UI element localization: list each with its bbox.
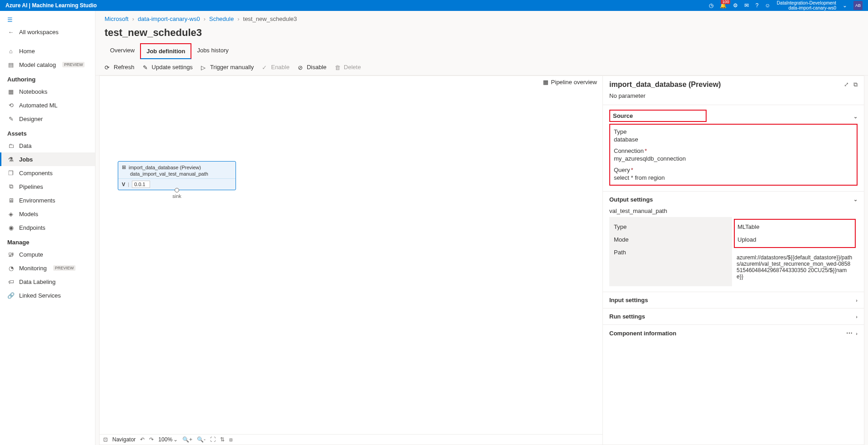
version-value[interactable]: 0.0.1 — [132, 181, 150, 188]
settings-icon[interactable]: ⚙ — [733, 2, 738, 9]
refresh-button[interactable]: ⟳ Refresh — [105, 64, 135, 71]
chevron-down-icon[interactable]: ⌄ — [173, 436, 178, 443]
sidebar-item-compute[interactable]: 🖳 Compute — [0, 248, 95, 261]
navigator-icon[interactable]: ⊡ — [103, 436, 108, 443]
sidebar-label: Automated ML — [19, 102, 58, 109]
input-settings-header[interactable]: Input settings › — [603, 292, 864, 308]
help-icon[interactable]: ? — [755, 2, 758, 9]
sidebar-label: Notebooks — [19, 88, 47, 95]
layout-icon[interactable]: ⧈ — [229, 436, 233, 443]
environments-icon: 🖥 — [7, 197, 15, 204]
sidebar-item-model-catalog[interactable]: ▤ Model catalog PREVIEW — [0, 58, 95, 71]
sidebar-item-models[interactable]: ◈ Models — [0, 207, 95, 221]
breadcrumb-link[interactable]: Schedule — [209, 15, 234, 22]
query-value: select * from region — [614, 174, 853, 181]
sidebar-item-jobs[interactable]: ⚗ Jobs — [0, 152, 95, 166]
sidebar-item-automated-ml[interactable]: ⟲ Automated ML — [0, 98, 95, 112]
notification-badge: 100 — [721, 0, 730, 4]
sidebar-label: Linked Services — [19, 292, 61, 299]
sidebar-label: Endpoints — [19, 224, 45, 231]
clock-icon[interactable]: ◷ — [709, 2, 713, 9]
component-info-label: Component information — [609, 330, 676, 337]
expand-icon[interactable]: ⤢ — [844, 81, 849, 88]
tab-jobs-history[interactable]: Jobs history — [191, 43, 234, 59]
popout-icon[interactable]: ⧉ — [853, 81, 858, 88]
sidebar-item-environments[interactable]: 🖥 Environments — [0, 193, 95, 207]
section-run-settings: Run settings › — [603, 308, 864, 324]
update-settings-button[interactable]: ✎ Update settings — [143, 64, 193, 71]
sidebar-item-designer[interactable]: ✎ Designer — [0, 112, 95, 126]
run-settings-header[interactable]: Run settings › — [603, 308, 864, 324]
play-icon: ▷ — [201, 64, 207, 71]
feedback-icon[interactable]: ✉ — [744, 2, 749, 9]
zoom-out-icon[interactable]: 🔍- — [197, 436, 206, 443]
canvas-footer: ⊡ Navigator ↶ ↷ 100% ⌄ 🔍+ 🔍- ⛶ ⇅ ⧈ — [100, 434, 602, 445]
details-title: import_data_database (Preview) — [609, 81, 721, 89]
sidebar-label: Data — [19, 142, 31, 149]
disable-button[interactable]: ⊘ Disable — [298, 64, 326, 71]
sidebar-item-data-labeling[interactable]: 🏷 Data Labeling — [0, 275, 95, 288]
pipelines-icon: ⧉ — [7, 183, 15, 190]
fit-icon[interactable]: ⛶ — [210, 436, 216, 443]
sidebar-item-components[interactable]: ❐ Components — [0, 166, 95, 180]
pipeline-overview-label: Pipeline overview — [551, 79, 597, 86]
smiley-icon[interactable]: ☺ — [765, 2, 770, 9]
output-settings-header[interactable]: Output settings ⌄ — [603, 192, 864, 207]
sink-label: sink — [172, 193, 181, 199]
canvas-body[interactable]: ⊞ import_data_database (Preview) data_im… — [100, 88, 602, 434]
toolbar-label: Trigger manually — [210, 64, 254, 71]
chevron-right-icon: › — [856, 314, 858, 319]
sidebar-item-all-workspaces[interactable]: ← All workspaces — [0, 25, 95, 39]
node-output-port[interactable] — [175, 188, 179, 192]
tab-job-definition[interactable]: Job definition — [140, 43, 191, 59]
toolbar-label: Delete — [344, 64, 361, 71]
output-settings-label: Output settings — [609, 196, 653, 203]
redo-icon[interactable]: ↷ — [149, 436, 154, 443]
query-label: Query — [614, 167, 630, 173]
zoom-level: 100% — [158, 436, 172, 443]
section-component-information: Component information ⋯› — [603, 324, 864, 341]
sidebar-item-endpoints[interactable]: ◉ Endpoints — [0, 221, 95, 234]
workspace-selector[interactable]: DataIntegration-Development data-import-… — [777, 0, 836, 10]
trigger-manually-button[interactable]: ▷ Trigger manually — [201, 64, 254, 71]
sidebar-item-monitoring[interactable]: ◔ Monitoring PREVIEW — [0, 261, 95, 275]
data-icon: 🗀 — [7, 142, 15, 149]
zoom-in-icon[interactable]: 🔍+ — [182, 436, 192, 443]
chevron-down-icon[interactable]: ⌄ — [843, 2, 847, 9]
endpoints-icon: ◉ — [7, 224, 15, 231]
breadcrumb-link[interactable]: Microsoft — [105, 15, 129, 22]
breadcrumb-link[interactable]: data-import-canary-ws0 — [138, 15, 200, 22]
sidebar-label: All workspaces — [19, 29, 59, 35]
hamburger-menu[interactable]: ☰ — [0, 15, 95, 25]
automl-icon: ⟲ — [7, 101, 15, 109]
designer-icon: ✎ — [7, 115, 15, 122]
output-type-label: Type — [614, 221, 728, 233]
tab-overview[interactable]: Overview — [105, 43, 140, 59]
home-icon: ⌂ — [7, 47, 15, 55]
component-info-header[interactable]: Component information ⋯› — [603, 325, 864, 341]
main-content: Microsoft › data-import-canary-ws0 › Sch… — [95, 11, 868, 445]
notifications-icon[interactable]: 🔔100 — [720, 2, 727, 9]
sidebar-item-notebooks[interactable]: ▦ Notebooks — [0, 85, 95, 98]
more-icon[interactable]: ⋯ — [846, 329, 853, 337]
sidebar-item-home[interactable]: ⌂ Home — [0, 44, 95, 58]
pipeline-node[interactable]: ⊞ import_data_database (Preview) data_im… — [118, 161, 236, 190]
trash-icon: 🗑 — [335, 64, 341, 71]
node-subtitle: data_import_val_test_manual_path — [118, 171, 236, 178]
sidebar-item-linked-services[interactable]: 🔗 Linked Services — [0, 288, 95, 302]
breadcrumb: Microsoft › data-import-canary-ws0 › Sch… — [95, 11, 868, 24]
sidebar-item-data[interactable]: 🗀 Data — [0, 139, 95, 152]
content-area: ▦ Pipeline overview ⊞ import_data_databa… — [99, 76, 864, 445]
pipeline-overview-button[interactable]: ▦ Pipeline overview — [543, 79, 597, 86]
tabs: Overview Job definition Jobs history — [95, 43, 868, 59]
required-asterisk: * — [645, 147, 647, 154]
output-type-value: MLTable — [738, 221, 852, 233]
sidebar-item-pipelines[interactable]: ⧉ Pipelines — [0, 180, 95, 193]
undo-icon[interactable]: ↶ — [140, 436, 145, 443]
sort-icon[interactable]: ⇅ — [220, 436, 225, 443]
run-settings-label: Run settings — [609, 313, 645, 320]
input-settings-label: Input settings — [609, 297, 648, 303]
product-title: Azure AI | Machine Learning Studio — [5, 2, 97, 9]
toolbar: ⟳ Refresh ✎ Update settings ▷ Trigger ma… — [95, 59, 868, 76]
avatar[interactable]: AB — [853, 1, 863, 10]
